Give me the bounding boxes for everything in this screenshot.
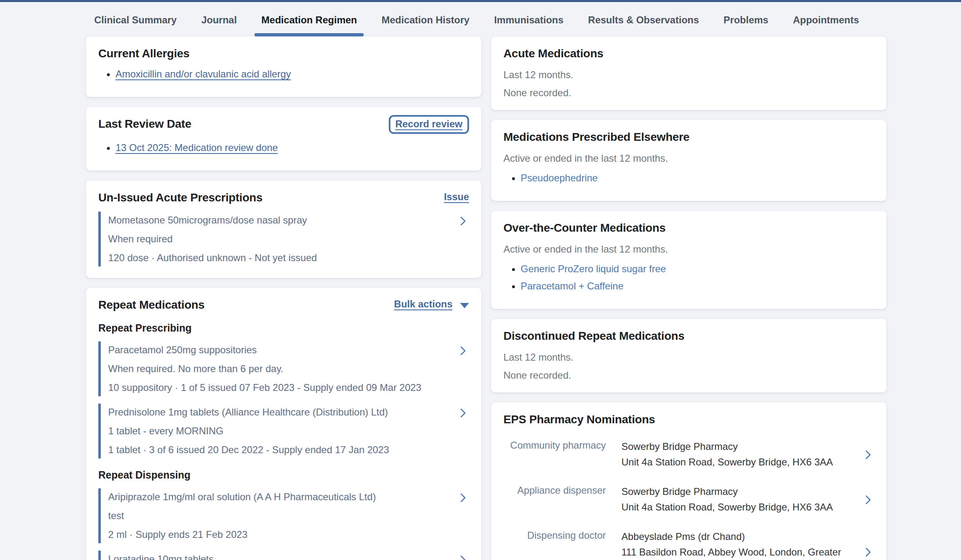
discontinued-repeat-title: Discontinued Repeat Medications [503, 330, 874, 343]
medication-supply: 2 ml · Supply ends 21 Feb 2023 [108, 528, 457, 541]
chevron-down-icon [460, 303, 469, 308]
chevron-right-icon [457, 345, 469, 357]
medication-link[interactable]: Generic ProZero liquid sugar free [521, 263, 666, 274]
review-link[interactable]: 13 Oct 2025: Medication review done [116, 142, 278, 153]
medication-item[interactable]: Paracetamol 250mg suppositories When req… [98, 341, 469, 396]
bulk-actions-dropdown[interactable]: Bulk actions [394, 298, 469, 310]
list-item: Amoxicillin and/or clavulanic acid aller… [116, 68, 469, 80]
timeframe-text: Last 12 months. [503, 352, 874, 363]
medication-supply: 1 tablet · 3 of 6 issued 20 Dec 2022 - S… [108, 444, 457, 456]
timeframe-text: Active or ended in the last 12 months. [503, 153, 874, 164]
repeat-medications-card: Repeat Medications Bulk actions Repeat P… [86, 288, 481, 560]
eps-row-label: Community pharmacy [503, 439, 606, 451]
tab-appointments[interactable]: Appointments [781, 14, 871, 36]
tab-problems[interactable]: Problems [711, 14, 780, 36]
allergy-link[interactable]: Amoxicillin and/or clavulanic acid aller… [116, 68, 291, 79]
list-item: 13 Oct 2025: Medication review done [116, 142, 469, 154]
medication-dose: test [108, 510, 457, 522]
chevron-right-icon [862, 494, 874, 506]
repeat-dispensing-heading: Repeat Dispensing [98, 469, 469, 481]
eps-row-appliance-dispenser[interactable]: Appliance dispenser Sowerby Bridge Pharm… [503, 477, 874, 522]
acute-medications-title: Acute Medications [503, 47, 874, 60]
medication-link[interactable]: Pseudoephedrine [521, 172, 598, 183]
last-review-date-card: Last Review Date Record review 13 Oct 20… [86, 107, 481, 171]
tab-label: Appointments [793, 14, 859, 25]
chevron-right-icon [457, 407, 469, 419]
medication-regimen-page: Current Allergies Amoxicillin and/or cla… [0, 36, 961, 560]
eps-row-label: Dispensing doctor [503, 529, 606, 541]
medication-dose: When required. No more than 6 per day. [108, 363, 457, 375]
chevron-right-icon [862, 449, 874, 461]
otc-medications-title: Over-the-Counter Medications [503, 221, 874, 235]
repeat-prescribing-heading: Repeat Prescribing [98, 322, 469, 334]
medication-name: Paracetamol 250mg suppositories [108, 344, 457, 356]
medication-dose: 1 tablet - every MORNING [108, 425, 457, 437]
tab-journal[interactable]: Journal [189, 14, 249, 36]
timeframe-text: Active or ended in the last 12 months. [503, 244, 874, 255]
chevron-right-icon [457, 554, 469, 560]
prescribed-elsewhere-title: Medications Prescribed Elsewhere [503, 131, 874, 144]
over-the-counter-medications-card: Over-the-Counter Medications Active or e… [491, 211, 886, 309]
medication-item[interactable]: Aripiprazole 1mg/ml oral solution (A A H… [98, 488, 469, 543]
acute-medications-card: Acute Medications Last 12 months. None r… [491, 36, 886, 110]
tab-immunisations[interactable]: Immunisations [482, 14, 576, 36]
tab-label: Medication Regimen [261, 14, 357, 25]
medication-item[interactable]: Mometasone 50micrograms/dose nasal spray… [98, 212, 469, 266]
tab-label: Clinical Summary [94, 14, 177, 25]
tab-medication-regimen[interactable]: Medication Regimen [249, 14, 369, 36]
timeframe-text: Last 12 months. [503, 69, 874, 81]
eps-row-label: Appliance dispenser [503, 484, 606, 496]
current-allergies-card: Current Allergies Amoxicillin and/or cla… [86, 36, 481, 97]
tab-label: Journal [201, 14, 237, 25]
current-allergies-title: Current Allergies [98, 47, 190, 60]
list-item: Paracetamol + Caffeine [521, 280, 874, 292]
eps-rows: Community pharmacy Sowerby Bridge Pharma… [503, 432, 874, 560]
tab-label: Problems [723, 14, 768, 25]
tab-clinical-summary[interactable]: Clinical Summary [82, 14, 189, 36]
discontinued-repeat-medications-card: Discontinued Repeat Medications Last 12 … [491, 319, 886, 393]
eps-row-dispensing-doctor[interactable]: Dispensing doctor Abbeyslade Pms (dr Cha… [503, 522, 874, 560]
medication-supply: 10 suppository · 1 of 5 issued 07 Feb 20… [108, 382, 457, 394]
elsewhere-medication-list: Pseudoephedrine [503, 172, 874, 184]
issue-link[interactable]: Issue [444, 191, 469, 203]
record-review-button[interactable]: Record review [389, 115, 469, 134]
medication-name: Mometasone 50micrograms/dose nasal spray [108, 214, 457, 226]
eps-pharmacy-name: Sowerby Bridge Pharmacy [621, 484, 845, 499]
record-tabbar: Clinical Summary Journal Medication Regi… [0, 2, 961, 36]
right-column: Acute Medications Last 12 months. None r… [491, 36, 886, 560]
eps-pharmacy-address: Unit 4a Station Road, Sowerby Bridge, HX… [621, 454, 845, 470]
medication-supply: 120 dose · Authorised unknown - Not yet … [108, 252, 457, 264]
medication-link[interactable]: Paracetamol + Caffeine [521, 280, 623, 291]
repeat-medications-title: Repeat Medications [98, 298, 204, 312]
medication-dose: When required [108, 233, 457, 245]
eps-pharmacy-name: Sowerby Bridge Pharmacy [621, 439, 845, 454]
eps-nominations-title: EPS Pharmacy Nominations [503, 413, 874, 426]
tab-results-observations[interactable]: Results & Observations [576, 14, 712, 36]
eps-row-community-pharmacy[interactable]: Community pharmacy Sowerby Bridge Pharma… [503, 432, 874, 477]
medication-name: Loratadine 10mg tablets [108, 553, 457, 560]
bulk-actions-label: Bulk actions [394, 298, 453, 309]
chevron-right-icon [457, 492, 469, 504]
list-item: Pseudoephedrine [521, 172, 874, 184]
unissued-acute-title: Un-Issued Acute Prescriptions [98, 191, 263, 204]
review-list: 13 Oct 2025: Medication review done [98, 142, 469, 154]
eps-pharmacy-nominations-card: EPS Pharmacy Nominations Community pharm… [491, 402, 886, 560]
tab-label: Medication History [381, 14, 469, 25]
medication-item[interactable]: Loratadine 10mg tablets One a day 60 tab… [98, 551, 469, 560]
record-review-label: Record review [395, 118, 462, 129]
last-review-date-title: Last Review Date [98, 117, 191, 131]
medication-name: Prednisolone 1mg tablets (Alliance Healt… [108, 406, 457, 418]
chevron-right-icon [457, 215, 469, 227]
unissued-acute-prescriptions-card: Un-Issued Acute Prescriptions Issue Mome… [86, 181, 481, 278]
active-tab-underline [254, 33, 364, 36]
list-item: Generic ProZero liquid sugar free [521, 263, 874, 275]
medication-item[interactable]: Prednisolone 1mg tablets (Alliance Healt… [98, 404, 469, 458]
left-column: Current Allergies Amoxicillin and/or cla… [86, 36, 481, 560]
allergy-list: Amoxicillin and/or clavulanic acid aller… [98, 68, 469, 80]
tab-medication-history[interactable]: Medication History [369, 14, 482, 36]
eps-doctor-name: Abbeyslade Pms (dr Chand) [621, 529, 845, 544]
chevron-right-icon [862, 546, 874, 558]
none-recorded-text: None recorded. [503, 370, 874, 381]
tab-label: Results & Observations [588, 14, 699, 25]
medications-prescribed-elsewhere-card: Medications Prescribed Elsewhere Active … [491, 120, 886, 201]
